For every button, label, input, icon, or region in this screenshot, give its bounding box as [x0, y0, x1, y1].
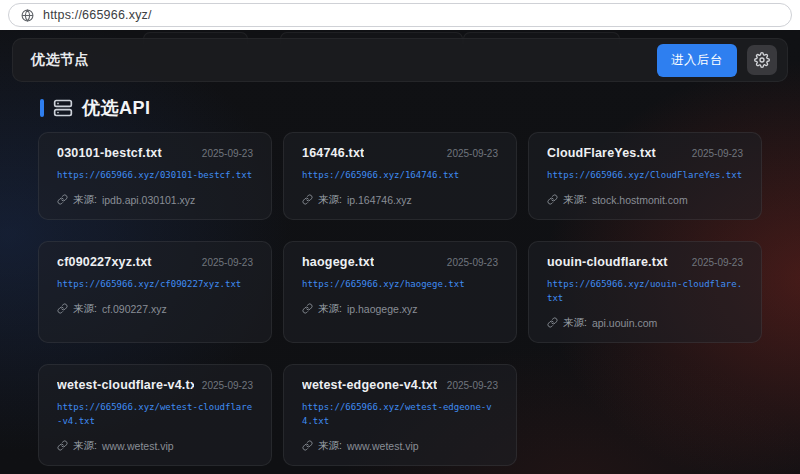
- api-card: haogege.txt 2025-09-23 https://665966.xy…: [283, 241, 517, 343]
- card-date: 2025-09-23: [202, 257, 253, 268]
- card-title: haogege.txt: [302, 255, 374, 269]
- api-card: 164746.txt 2025-09-23 https://665966.xyz…: [283, 132, 517, 220]
- card-source-row: 来源: ipdb.api.030101.xyz: [57, 193, 253, 207]
- link-icon: [547, 317, 558, 328]
- card-date: 2025-09-23: [447, 148, 498, 159]
- card-url-link[interactable]: https://665966.xyz/030101-bestcf.txt: [57, 169, 253, 183]
- card-source-label: 来源:: [318, 302, 342, 316]
- card-source-row: 来源: api.uouin.com: [547, 316, 743, 330]
- card-source-label: 来源:: [563, 316, 587, 330]
- card-source-label: 来源:: [563, 193, 587, 207]
- card-url-link[interactable]: https://665966.xyz/haogege.txt: [302, 278, 498, 292]
- card-source-label: 来源:: [73, 302, 97, 316]
- api-card: 030101-bestcf.txt 2025-09-23 https://665…: [38, 132, 272, 220]
- card-header-row: wetest-cloudflare-v4.txt 2025-09-23: [57, 378, 253, 392]
- card-title: CloudFlareYes.txt: [547, 146, 656, 160]
- card-date: 2025-09-23: [692, 257, 743, 268]
- card-date: 2025-09-23: [692, 148, 743, 159]
- card-url-link[interactable]: https://665966.xyz/164746.txt: [302, 169, 498, 183]
- card-title: uouin-cloudflare.txt: [547, 255, 668, 269]
- card-source-row: 来源: ip.haogege.xyz: [302, 302, 498, 316]
- link-icon: [302, 303, 313, 314]
- api-card: uouin-cloudflare.txt 2025-09-23 https://…: [528, 241, 762, 343]
- card-title: 030101-bestcf.txt: [57, 146, 162, 160]
- settings-button[interactable]: [747, 45, 777, 75]
- card-url-link[interactable]: https://665966.xyz/uouin-cloudflare.txt: [547, 278, 743, 306]
- link-icon: [302, 194, 313, 205]
- card-title: wetest-edgeone-v4.txt: [302, 378, 437, 392]
- page-header: 优选节点 进入后台: [12, 38, 788, 82]
- card-source-label: 来源:: [73, 193, 97, 207]
- card-source-row: 来源: cf.090227.xyz: [57, 302, 253, 316]
- card-source-domain: api.uouin.com: [592, 317, 657, 329]
- link-icon: [57, 303, 68, 314]
- card-url-link[interactable]: https://665966.xyz/wetest-cloudflare-v4.…: [57, 401, 253, 429]
- link-icon: [302, 440, 313, 451]
- card-source-label: 来源:: [318, 439, 342, 453]
- browser-address-bar: https://665966.xyz/: [0, 0, 800, 30]
- api-card-grid: 030101-bestcf.txt 2025-09-23 https://665…: [38, 132, 762, 466]
- api-card: cf090227xyz.txt 2025-09-23 https://66596…: [38, 241, 272, 343]
- card-title: cf090227xyz.txt: [57, 255, 152, 269]
- card-title: 164746.txt: [302, 146, 364, 160]
- api-section-heading: 优选API: [40, 96, 760, 120]
- card-source-domain: ipdb.api.030101.xyz: [102, 194, 195, 206]
- site-title: 优选节点: [31, 51, 89, 69]
- card-header-row: wetest-edgeone-v4.txt 2025-09-23: [302, 378, 498, 392]
- card-header-row: uouin-cloudflare.txt 2025-09-23: [547, 255, 743, 269]
- card-header-row: 164746.txt 2025-09-23: [302, 146, 498, 160]
- gear-icon: [754, 52, 770, 68]
- card-title: wetest-cloudflare-v4.txt: [57, 378, 194, 392]
- section-title: 优选API: [82, 96, 151, 120]
- card-date: 2025-09-23: [202, 148, 253, 159]
- card-source-domain: ip.164746.xyz: [347, 194, 412, 206]
- api-card: wetest-cloudflare-v4.txt 2025-09-23 http…: [38, 364, 272, 466]
- url-field[interactable]: https://665966.xyz/: [8, 3, 792, 27]
- card-header-row: cf090227xyz.txt 2025-09-23: [57, 255, 253, 269]
- card-source-label: 来源:: [318, 193, 342, 207]
- card-source-domain: www.wetest.vip: [102, 440, 174, 452]
- server-icon: [53, 98, 73, 118]
- card-date: 2025-09-23: [202, 380, 253, 391]
- card-source-domain: cf.090227.xyz: [102, 303, 167, 315]
- card-source-domain: www.wetest.vip: [347, 440, 419, 452]
- card-source-row: 来源: stock.hostmonit.com: [547, 193, 743, 207]
- card-url-link[interactable]: https://665966.xyz/cf090227xyz.txt: [57, 278, 253, 292]
- link-icon: [57, 194, 68, 205]
- link-icon: [57, 440, 68, 451]
- card-source-label: 来源:: [73, 439, 97, 453]
- api-card: CloudFlareYes.txt 2025-09-23 https://665…: [528, 132, 762, 220]
- card-url-link[interactable]: https://665966.xyz/CloudFlareYes.txt: [547, 169, 743, 183]
- card-url-link[interactable]: https://665966.xyz/wetest-edgeone-v4.txt: [302, 401, 498, 429]
- card-source-row: 来源: ip.164746.xyz: [302, 193, 498, 207]
- card-header-row: haogege.txt 2025-09-23: [302, 255, 498, 269]
- url-text[interactable]: https://665966.xyz/: [43, 8, 152, 22]
- page-body: 优选节点 进入后台 优选API 030101-bestcf.txt 2025-0…: [0, 30, 800, 474]
- card-source-row: 来源: www.wetest.vip: [302, 439, 498, 453]
- api-card: wetest-edgeone-v4.txt 2025-09-23 https:/…: [283, 364, 517, 466]
- card-source-domain: stock.hostmonit.com: [592, 194, 688, 206]
- card-date: 2025-09-23: [447, 380, 498, 391]
- card-source-row: 来源: www.wetest.vip: [57, 439, 253, 453]
- card-date: 2025-09-23: [447, 257, 498, 268]
- globe-icon: [21, 9, 34, 22]
- admin-panel-button[interactable]: 进入后台: [657, 44, 737, 77]
- link-icon: [547, 194, 558, 205]
- card-header-row: 030101-bestcf.txt 2025-09-23: [57, 146, 253, 160]
- card-header-row: CloudFlareYes.txt 2025-09-23: [547, 146, 743, 160]
- card-source-domain: ip.haogege.xyz: [347, 303, 418, 315]
- accent-bar: [40, 99, 44, 117]
